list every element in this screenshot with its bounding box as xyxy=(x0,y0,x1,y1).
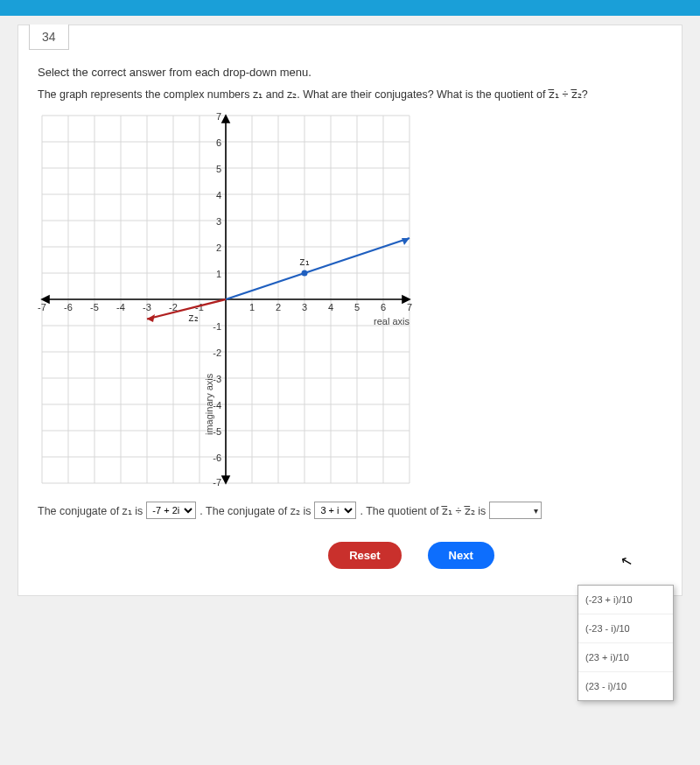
question-card: 34 Select the correct answer from each d… xyxy=(18,25,682,596)
instruction-text: Select the correct answer from each drop… xyxy=(38,66,662,79)
z2-label: z₂ xyxy=(189,312,199,324)
svg-text:-5: -5 xyxy=(90,302,99,312)
dropdown-option[interactable]: (-23 - i)/10 xyxy=(578,614,673,643)
y-axis-label: imaginary axis xyxy=(204,373,214,435)
conjugate-z1-select[interactable]: -7 + 2i xyxy=(146,502,196,519)
svg-text:-3: -3 xyxy=(143,302,151,312)
chevron-down-icon: ▾ xyxy=(534,506,538,516)
svg-text:3: 3 xyxy=(302,302,307,312)
svg-text:1: 1 xyxy=(216,269,221,279)
x-axis-label: real axis xyxy=(374,316,410,326)
svg-marker-35 xyxy=(222,476,229,483)
reset-button[interactable]: Reset xyxy=(328,542,401,569)
top-accent-bar xyxy=(0,0,700,16)
svg-marker-34 xyxy=(222,116,229,123)
svg-text:7: 7 xyxy=(216,111,221,122)
svg-marker-65 xyxy=(402,238,410,245)
dropdown-option[interactable]: (23 - i)/10 xyxy=(578,672,673,700)
svg-text:2: 2 xyxy=(216,242,221,253)
svg-text:4: 4 xyxy=(328,302,333,312)
conjugate-z2-select[interactable]: 3 + i xyxy=(314,502,356,519)
answer-sentence: The conjugate of z₁ is -7 + 2i . The con… xyxy=(38,502,662,519)
svg-text:6: 6 xyxy=(381,302,386,312)
svg-text:5: 5 xyxy=(216,164,221,174)
svg-text:7: 7 xyxy=(407,302,412,312)
svg-text:-7: -7 xyxy=(213,477,221,488)
z1-label: z₁ xyxy=(300,256,310,268)
svg-text:-2: -2 xyxy=(213,347,221,358)
answer-suffix: . The quotient of z̅₁ ÷ z̅₂ is xyxy=(360,504,486,517)
svg-text:4: 4 xyxy=(216,190,221,200)
svg-text:3: 3 xyxy=(216,216,221,227)
quotient-dropdown-panel: (-23 + i)/10 (-23 - i)/10 (23 + i)/10 (2… xyxy=(578,585,674,701)
quotient-select[interactable]: ▾ xyxy=(489,502,542,519)
button-row: Reset Next xyxy=(160,542,662,569)
svg-point-66 xyxy=(302,270,308,277)
question-number: 34 xyxy=(29,25,69,50)
dropdown-option[interactable]: (23 + i)/10 xyxy=(578,643,673,672)
svg-text:-1: -1 xyxy=(213,321,221,332)
svg-text:-6: -6 xyxy=(64,302,73,312)
answer-prefix-1: The conjugate of z₁ is xyxy=(38,504,143,517)
svg-text:-7: -7 xyxy=(38,302,46,312)
svg-text:1: 1 xyxy=(249,302,255,312)
question-content: Select the correct answer from each drop… xyxy=(18,50,682,595)
complex-plane-graph: -7-6-5-4-3-2-1 1234567 7654321 -1-2-3-4-… xyxy=(38,111,414,488)
svg-line-67 xyxy=(147,299,226,319)
next-button[interactable]: Next xyxy=(428,542,494,569)
answer-mid: . The conjugate of z₂ is xyxy=(200,504,311,517)
graph-svg: -7-6-5-4-3-2-1 1234567 7654321 -1-2-3-4-… xyxy=(38,111,414,488)
svg-text:5: 5 xyxy=(354,302,360,312)
question-text: The graph represents the complex numbers… xyxy=(38,88,662,101)
svg-text:2: 2 xyxy=(276,302,281,312)
svg-text:-6: -6 xyxy=(213,453,221,463)
dropdown-option[interactable]: (-23 + i)/10 xyxy=(578,586,673,614)
svg-text:-4: -4 xyxy=(116,302,125,312)
svg-text:6: 6 xyxy=(216,137,221,148)
